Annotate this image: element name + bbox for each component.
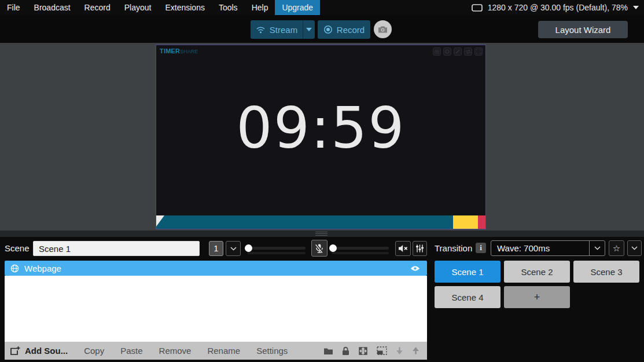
transition-select[interactable]: Wave: 700ms <box>491 240 605 256</box>
menu-item-help[interactable]: Help <box>245 0 275 15</box>
settings-button[interactable]: Settings <box>256 346 288 356</box>
transition-more-button[interactable] <box>627 240 642 256</box>
menu-bar: File Broadcast Record Playout Extensions… <box>0 0 644 15</box>
stream-split-button: Stream <box>251 20 315 39</box>
system-volume-slider[interactable] <box>329 240 389 257</box>
add-source-label: Add Sou... <box>25 346 68 356</box>
record-button[interactable]: Record <box>318 20 370 39</box>
expand-icon[interactable] <box>358 346 368 356</box>
transition-label: Transition <box>435 240 472 257</box>
globe-icon <box>10 264 19 273</box>
record-button-label: Record <box>337 25 365 35</box>
scene-button-2[interactable]: Scene 2 <box>504 261 570 283</box>
chevron-down-icon[interactable] <box>589 241 605 255</box>
source-list[interactable] <box>5 276 427 342</box>
scene-dropdown-button[interactable] <box>226 241 241 256</box>
slider-track[interactable] <box>247 247 306 250</box>
scene-buttons-grid: Scene 1 Scene 2 Scene 3 Scene 4 + <box>435 261 639 308</box>
scene-button-1[interactable]: Scene 1 <box>435 261 501 283</box>
audio-mixer-button[interactable] <box>413 241 427 256</box>
menu-item-record[interactable]: Record <box>78 0 117 15</box>
chevron-down-icon <box>633 6 639 9</box>
source-visibility-toggle[interactable] <box>410 261 420 276</box>
slider-track[interactable] <box>332 247 389 250</box>
speaker-mute-button[interactable] <box>395 241 411 256</box>
scene-label: Scene <box>5 240 30 257</box>
horizontal-splitter[interactable] <box>0 231 644 237</box>
splitter-grip[interactable] <box>315 232 327 236</box>
sources-panel: Webpage <box>5 261 427 360</box>
source-toolbar: Add Sou... Copy Paste Remove Rename Sett… <box>5 342 427 360</box>
slider-level-meter <box>247 252 306 254</box>
lock-icon[interactable] <box>342 346 349 356</box>
speaker-muted-icon <box>398 244 408 253</box>
scene-button-3[interactable]: Scene 3 <box>573 261 639 283</box>
progress-end-segment <box>478 215 485 229</box>
bottom-panel: Scene 1 <box>0 237 644 362</box>
slider-thumb[interactable] <box>329 244 337 252</box>
countdown-timer-display: 09:59 <box>156 43 485 213</box>
add-source-icon <box>10 346 20 356</box>
stream-button-label: Stream <box>270 25 297 35</box>
menu-item-extensions[interactable]: Extensions <box>158 0 211 15</box>
microphone-muted-icon <box>315 243 324 254</box>
stream-options-button[interactable] <box>303 20 315 39</box>
app-window: File Broadcast Record Playout Extensions… <box>0 0 644 362</box>
menu-item-tools[interactable]: Tools <box>212 0 245 15</box>
stage-area: TIMERSHARE 09:59 <box>0 43 644 231</box>
copy-button[interactable]: Copy <box>84 346 104 356</box>
transition-info-icon[interactable]: i <box>476 243 486 253</box>
slider-level-meter <box>332 252 389 254</box>
add-scene-button[interactable]: + <box>504 286 570 308</box>
paste-button[interactable]: Paste <box>120 346 142 356</box>
output-status-dropdown[interactable]: 1280 x 720 @ 30.00 fps (Default), 78% <box>472 0 644 15</box>
camera-icon <box>378 25 388 34</box>
record-dot-icon <box>323 25 333 34</box>
layout-wizard-button[interactable]: Layout Wizard <box>538 21 628 38</box>
menu-item-broadcast[interactable]: Broadcast <box>27 0 78 15</box>
folder-icon[interactable] <box>323 347 333 355</box>
menu-item-upgrade[interactable]: Upgrade <box>275 0 320 15</box>
source-toolbar-icons <box>323 346 427 356</box>
stream-button[interactable]: Stream <box>251 20 303 39</box>
progress-start-marker <box>156 215 164 226</box>
source-item-label: Webpage <box>24 264 61 273</box>
move-up-icon[interactable] <box>412 346 419 355</box>
move-down-icon[interactable] <box>396 346 403 355</box>
source-item-webpage[interactable]: Webpage <box>5 261 427 276</box>
layout-wizard-label: Layout Wizard <box>555 25 611 35</box>
slider-thumb[interactable] <box>245 244 252 252</box>
output-status-text: 1280 x 720 @ 30.00 fps (Default), 78% <box>488 3 628 12</box>
menu-item-playout[interactable]: Playout <box>117 0 159 15</box>
microphone-volume-slider[interactable] <box>245 240 306 257</box>
microphone-mute-button[interactable] <box>311 240 327 257</box>
remove-button[interactable]: Remove <box>159 346 192 356</box>
transition-favorite-button[interactable]: ☆ <box>609 240 624 256</box>
screenshot-button[interactable] <box>374 20 392 38</box>
timer-progress-bar <box>156 215 485 229</box>
mixer-icon <box>415 244 424 253</box>
add-source-button[interactable]: Add Sou... <box>10 346 68 356</box>
monitor-icon <box>472 4 483 12</box>
progress-warning-segment <box>453 215 478 229</box>
fit-to-screen-icon[interactable] <box>377 346 387 355</box>
wifi-icon <box>256 26 266 34</box>
scene-preset-button[interactable]: 1 <box>209 241 223 256</box>
scene-name-input[interactable] <box>33 241 200 256</box>
transition-selected-value: Wave: 700ms <box>491 243 550 253</box>
menu-item-file[interactable]: File <box>0 0 27 15</box>
rename-button[interactable]: Rename <box>207 346 240 356</box>
broadcast-toolbar: Stream Record <box>0 15 644 43</box>
scene-button-4[interactable]: Scene 4 <box>435 286 501 308</box>
scene-preview[interactable]: TIMERSHARE 09:59 <box>156 45 486 229</box>
